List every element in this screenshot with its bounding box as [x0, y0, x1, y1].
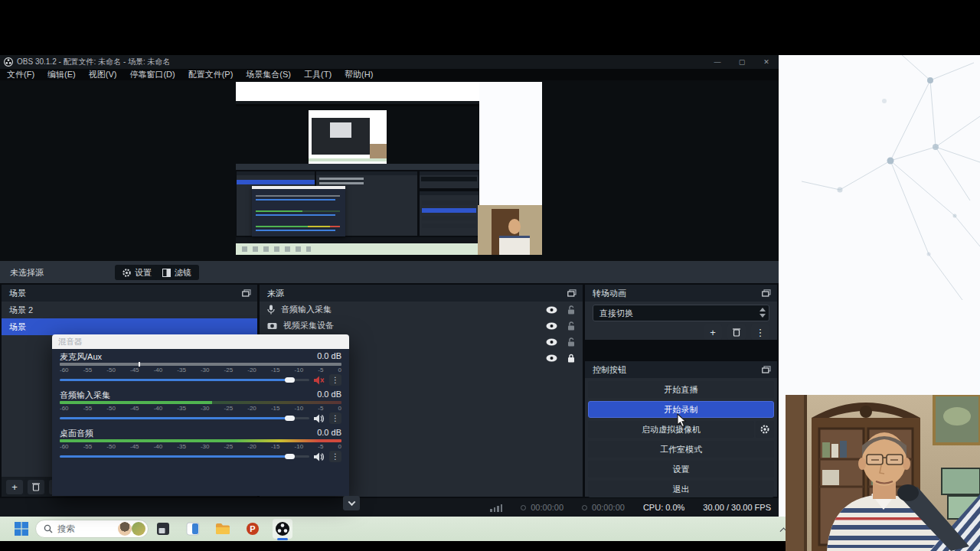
chevron-down-icon	[348, 498, 355, 506]
tick-label: -5	[318, 405, 323, 412]
tick-label: 0	[338, 443, 341, 451]
widgets-app-icon[interactable]	[183, 519, 203, 539]
eye-icon[interactable]	[546, 338, 557, 346]
slider-handle[interactable]	[285, 377, 295, 383]
tick-label: -5	[318, 443, 323, 451]
tick-label: -50	[106, 367, 116, 374]
search-highlight-avatar[interactable]	[118, 522, 132, 536]
search-highlight-thumb[interactable]	[132, 522, 145, 536]
menu-item[interactable]: 帮助(H)	[345, 69, 373, 80]
button-label: 退出	[673, 484, 690, 495]
mini-transitions-header	[420, 171, 479, 175]
exit-button[interactable]: 退出	[588, 481, 774, 497]
menu-item[interactable]: 视图(V)	[89, 69, 117, 80]
menu-item[interactable]: 场景集合(S)	[246, 69, 291, 80]
tick-label: -30	[201, 443, 210, 451]
tick-label: -35	[177, 367, 186, 374]
taskbar-search[interactable]: 搜索	[35, 520, 149, 538]
mini-slider	[256, 230, 335, 231]
settings-button[interactable]: 设置	[588, 461, 774, 478]
add-scene-button[interactable]: +	[6, 480, 23, 494]
popout-icon[interactable]	[762, 366, 771, 373]
volume-slider[interactable]	[60, 417, 309, 419]
unlock-icon[interactable]	[567, 337, 575, 347]
source-row[interactable]: 视频采集设备	[260, 318, 583, 334]
popout-icon[interactable]	[762, 289, 771, 297]
transition-value: 直接切换	[599, 308, 633, 319]
eye-icon[interactable]	[546, 354, 557, 362]
virtual-camera-config-button[interactable]	[756, 421, 774, 438]
add-transition-button[interactable]: +	[704, 324, 722, 340]
gear-icon	[122, 269, 131, 277]
scene-item[interactable]: 场景 2	[2, 302, 257, 318]
slider-handle[interactable]	[285, 416, 295, 421]
minimize-button[interactable]: —	[705, 55, 730, 69]
scene-label: 场景	[9, 321, 26, 333]
file-explorer-icon[interactable]	[213, 519, 233, 539]
volume-meter	[60, 363, 341, 366]
unlock-icon[interactable]	[567, 321, 575, 331]
transition-properties-button[interactable]: ⋮	[751, 324, 769, 340]
eye-icon[interactable]	[546, 322, 557, 330]
mini-scenes-header	[237, 171, 315, 175]
obs-app-icon[interactable]	[273, 519, 292, 539]
slider-handle[interactable]	[285, 454, 295, 459]
mini-slider	[256, 199, 335, 201]
tick-label: -30	[201, 405, 210, 412]
tick-label: -25	[224, 443, 234, 451]
mini-toolbar	[236, 164, 479, 170]
mini-source-line	[319, 178, 364, 180]
speaker-icon[interactable]	[314, 414, 325, 423]
remove-scene-button[interactable]	[28, 480, 44, 494]
transition-select[interactable]: 直接切换	[593, 305, 769, 321]
source-properties-button[interactable]: 设置	[115, 265, 159, 280]
studio-mode-button[interactable]: 工作室模式	[588, 441, 774, 458]
tick-label: -35	[177, 405, 186, 412]
filter-icon	[162, 269, 171, 277]
source-filters-button[interactable]: 滤镜	[155, 265, 199, 280]
remove-transition-button[interactable]	[727, 324, 746, 340]
powerpoint-icon[interactable]: P	[243, 519, 263, 539]
popout-icon[interactable]	[567, 289, 577, 297]
muted-speaker-icon[interactable]	[314, 376, 325, 385]
mini-webcam	[478, 205, 542, 255]
webcam-overlay	[786, 395, 980, 551]
start-streaming-button[interactable]: 开始直播	[588, 381, 774, 398]
mixer-body: 麦克风/Aux 0.0 dB -60-55-50-45-40-35-30-25-…	[52, 349, 349, 496]
mixer-expand-button[interactable]	[343, 496, 360, 510]
source-toolbar: 未选择源 设置 滤镜	[0, 261, 779, 283]
eye-icon[interactable]	[546, 306, 557, 314]
tick-label: -45	[130, 443, 139, 451]
volume-slider[interactable]	[60, 455, 309, 458]
speaker-icon[interactable]	[314, 452, 325, 461]
meter-scale: -60-55-50-45-40-35-30-25-20-15-10-50	[60, 443, 341, 451]
mini2-webcam	[370, 144, 387, 158]
menu-item[interactable]: 编辑(E)	[47, 69, 76, 80]
maximize-button[interactable]: ▢	[730, 55, 754, 69]
popout-icon[interactable]	[242, 289, 251, 297]
channel-options-button[interactable]: ⋮	[329, 412, 341, 424]
mini-statusbar	[236, 237, 479, 243]
task-view-app-icon[interactable]	[153, 519, 173, 539]
source-row[interactable]: 音频输入采集	[260, 302, 583, 318]
menu-item[interactable]: 停靠窗口(D)	[129, 69, 175, 80]
mixer-titlebar[interactable]: 混音器	[52, 334, 349, 349]
menu-item[interactable]: 工具(T)	[304, 69, 332, 80]
start-button[interactable]	[12, 520, 31, 538]
tick-label: -50	[106, 405, 116, 412]
start-virtual-camera-button[interactable]: 启动虚拟摄像机	[588, 421, 754, 438]
menu-item[interactable]: 文件(F)	[7, 69, 34, 80]
lock-icon[interactable]	[567, 354, 575, 363]
menu-item[interactable]: 配置文件(P)	[188, 69, 234, 80]
scene-item-selected[interactable]: 场景	[2, 318, 257, 335]
unlock-icon[interactable]	[567, 305, 575, 315]
volume-slider[interactable]	[60, 379, 309, 381]
mini-wallpaper	[479, 82, 542, 205]
preview-canvas[interactable]	[236, 82, 542, 255]
channel-options-button[interactable]: ⋮	[329, 451, 341, 462]
close-button[interactable]: ✕	[754, 55, 779, 69]
mini-sources-header	[316, 171, 417, 175]
channel-options-button[interactable]: ⋮	[329, 374, 341, 386]
mini2-taskbar	[309, 158, 387, 161]
window-titlebar[interactable]: OBS 30.1.2 - 配置文件: 未命名 - 场景: 未命名 — ▢ ✕	[0, 55, 779, 69]
